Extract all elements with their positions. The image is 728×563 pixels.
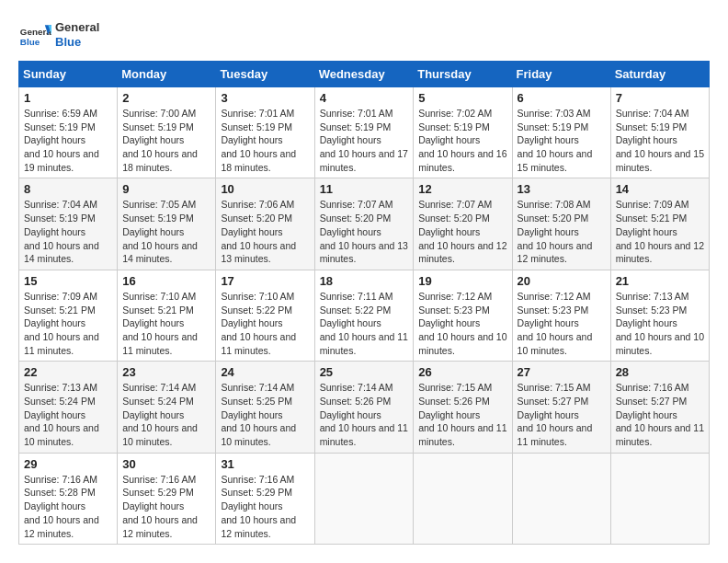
- day-number: 27: [518, 365, 606, 379]
- calendar-cell: 2 Sunrise: 7:00 AM Sunset: 5:19 PM Dayli…: [118, 87, 216, 178]
- calendar-header-row: SundayMondayTuesdayWednesdayThursdayFrid…: [19, 62, 710, 87]
- day-info: Sunrise: 7:16 AM Sunset: 5:29 PM Dayligh…: [122, 473, 210, 540]
- weekday-header-saturday: Saturday: [610, 62, 709, 87]
- day-info: Sunrise: 7:10 AM Sunset: 5:21 PM Dayligh…: [122, 290, 210, 357]
- calendar-cell: [512, 453, 610, 544]
- calendar-cell: 17 Sunrise: 7:10 AM Sunset: 5:22 PM Dayl…: [216, 270, 314, 361]
- calendar-cell: 31 Sunrise: 7:16 AM Sunset: 5:29 PM Dayl…: [216, 453, 314, 544]
- calendar-cell: 6 Sunrise: 7:03 AM Sunset: 5:19 PM Dayli…: [512, 87, 610, 178]
- calendar-cell: 20 Sunrise: 7:12 AM Sunset: 5:23 PM Dayl…: [512, 270, 610, 361]
- weekday-header-sunday: Sunday: [19, 62, 118, 87]
- day-info: Sunrise: 7:16 AM Sunset: 5:27 PM Dayligh…: [616, 381, 704, 448]
- day-info: Sunrise: 7:04 AM Sunset: 5:19 PM Dayligh…: [616, 107, 704, 174]
- day-number: 24: [221, 365, 309, 379]
- day-number: 5: [418, 91, 506, 105]
- day-info: Sunrise: 7:10 AM Sunset: 5:22 PM Dayligh…: [221, 290, 309, 357]
- day-number: 22: [24, 365, 112, 379]
- calendar-week-1: 1 Sunrise: 6:59 AM Sunset: 5:19 PM Dayli…: [19, 87, 710, 178]
- day-info: Sunrise: 7:12 AM Sunset: 5:23 PM Dayligh…: [518, 290, 606, 357]
- calendar-cell: 13 Sunrise: 7:08 AM Sunset: 5:20 PM Dayl…: [512, 178, 610, 270]
- day-info: Sunrise: 7:01 AM Sunset: 5:19 PM Dayligh…: [320, 107, 409, 174]
- calendar-cell: 8 Sunrise: 7:04 AM Sunset: 5:19 PM Dayli…: [19, 178, 118, 270]
- day-number: 21: [616, 274, 704, 288]
- calendar-cell: 10 Sunrise: 7:06 AM Sunset: 5:20 PM Dayl…: [216, 178, 314, 270]
- day-info: Sunrise: 7:09 AM Sunset: 5:21 PM Dayligh…: [24, 290, 112, 357]
- day-number: 11: [320, 182, 409, 196]
- calendar-cell: 19 Sunrise: 7:12 AM Sunset: 5:23 PM Dayl…: [414, 270, 512, 361]
- day-info: Sunrise: 7:01 AM Sunset: 5:19 PM Dayligh…: [221, 107, 309, 174]
- calendar-cell: 21 Sunrise: 7:13 AM Sunset: 5:23 PM Dayl…: [610, 270, 709, 361]
- calendar-cell: 25 Sunrise: 7:14 AM Sunset: 5:26 PM Dayl…: [314, 362, 414, 453]
- day-number: 9: [122, 182, 210, 196]
- calendar-cell: 18 Sunrise: 7:11 AM Sunset: 5:22 PM Dayl…: [314, 270, 414, 361]
- day-number: 30: [122, 457, 210, 471]
- calendar-cell: 7 Sunrise: 7:04 AM Sunset: 5:19 PM Dayli…: [610, 87, 709, 178]
- calendar-cell: 24 Sunrise: 7:14 AM Sunset: 5:25 PM Dayl…: [216, 362, 314, 453]
- weekday-header-tuesday: Tuesday: [216, 62, 314, 87]
- day-info: Sunrise: 7:14 AM Sunset: 5:24 PM Dayligh…: [122, 381, 210, 448]
- day-number: 31: [221, 457, 309, 471]
- day-number: 6: [518, 91, 606, 105]
- day-info: Sunrise: 7:12 AM Sunset: 5:23 PM Dayligh…: [418, 290, 506, 357]
- calendar-cell: 29 Sunrise: 7:16 AM Sunset: 5:28 PM Dayl…: [19, 453, 118, 544]
- weekday-header-wednesday: Wednesday: [314, 62, 414, 87]
- calendar-cell: 23 Sunrise: 7:14 AM Sunset: 5:24 PM Dayl…: [118, 362, 216, 453]
- calendar-table: SundayMondayTuesdayWednesdayThursdayFrid…: [18, 61, 710, 545]
- calendar-cell: 9 Sunrise: 7:05 AM Sunset: 5:19 PM Dayli…: [118, 178, 216, 270]
- day-number: 3: [221, 91, 309, 105]
- calendar-cell: 5 Sunrise: 7:02 AM Sunset: 5:19 PM Dayli…: [414, 87, 512, 178]
- weekday-header-friday: Friday: [512, 62, 610, 87]
- day-info: Sunrise: 7:11 AM Sunset: 5:22 PM Dayligh…: [320, 290, 409, 357]
- day-info: Sunrise: 7:13 AM Sunset: 5:23 PM Dayligh…: [616, 290, 704, 357]
- day-number: 7: [616, 91, 704, 105]
- day-number: 29: [24, 457, 112, 471]
- calendar-cell: 30 Sunrise: 7:16 AM Sunset: 5:29 PM Dayl…: [118, 453, 216, 544]
- day-info: Sunrise: 7:03 AM Sunset: 5:19 PM Dayligh…: [518, 107, 606, 174]
- day-info: Sunrise: 7:08 AM Sunset: 5:20 PM Dayligh…: [518, 198, 606, 265]
- logo: General Blue General Blue: [18, 18, 99, 52]
- day-info: Sunrise: 7:05 AM Sunset: 5:19 PM Dayligh…: [122, 198, 210, 265]
- day-info: Sunrise: 7:04 AM Sunset: 5:19 PM Dayligh…: [24, 198, 112, 265]
- calendar-week-4: 22 Sunrise: 7:13 AM Sunset: 5:24 PM Dayl…: [19, 362, 710, 453]
- day-number: 15: [24, 274, 112, 288]
- calendar-cell: 16 Sunrise: 7:10 AM Sunset: 5:21 PM Dayl…: [118, 270, 216, 361]
- page-header: General Blue General Blue: [18, 18, 710, 52]
- logo-general-text: General: [55, 20, 99, 35]
- day-number: 16: [122, 274, 210, 288]
- day-number: 20: [518, 274, 606, 288]
- day-number: 23: [122, 365, 210, 379]
- day-info: Sunrise: 7:02 AM Sunset: 5:19 PM Dayligh…: [418, 107, 506, 174]
- day-number: 14: [616, 182, 704, 196]
- day-number: 4: [320, 91, 409, 105]
- day-info: Sunrise: 7:14 AM Sunset: 5:26 PM Dayligh…: [320, 381, 409, 448]
- calendar-cell: 3 Sunrise: 7:01 AM Sunset: 5:19 PM Dayli…: [216, 87, 314, 178]
- day-info: Sunrise: 6:59 AM Sunset: 5:19 PM Dayligh…: [24, 107, 112, 174]
- calendar-cell: 1 Sunrise: 6:59 AM Sunset: 5:19 PM Dayli…: [19, 87, 118, 178]
- calendar-cell: [610, 453, 709, 544]
- day-info: Sunrise: 7:00 AM Sunset: 5:19 PM Dayligh…: [122, 107, 210, 174]
- day-info: Sunrise: 7:15 AM Sunset: 5:26 PM Dayligh…: [418, 381, 506, 448]
- calendar-cell: [414, 453, 512, 544]
- day-number: 25: [320, 365, 409, 379]
- calendar-cell: [314, 453, 414, 544]
- calendar-body: 1 Sunrise: 6:59 AM Sunset: 5:19 PM Dayli…: [19, 87, 710, 545]
- calendar-cell: 27 Sunrise: 7:15 AM Sunset: 5:27 PM Dayl…: [512, 362, 610, 453]
- day-number: 10: [221, 182, 309, 196]
- day-number: 1: [24, 91, 112, 105]
- day-number: 13: [518, 182, 606, 196]
- logo-icon: General Blue: [18, 18, 51, 52]
- calendar-cell: 11 Sunrise: 7:07 AM Sunset: 5:20 PM Dayl…: [314, 178, 414, 270]
- day-number: 28: [616, 365, 704, 379]
- calendar-cell: 22 Sunrise: 7:13 AM Sunset: 5:24 PM Dayl…: [19, 362, 118, 453]
- day-number: 26: [418, 365, 506, 379]
- calendar-cell: 4 Sunrise: 7:01 AM Sunset: 5:19 PM Dayli…: [314, 87, 414, 178]
- calendar-week-3: 15 Sunrise: 7:09 AM Sunset: 5:21 PM Dayl…: [19, 270, 710, 361]
- calendar-week-2: 8 Sunrise: 7:04 AM Sunset: 5:19 PM Dayli…: [19, 178, 710, 270]
- day-info: Sunrise: 7:06 AM Sunset: 5:20 PM Dayligh…: [221, 198, 309, 265]
- day-number: 8: [24, 182, 112, 196]
- day-info: Sunrise: 7:16 AM Sunset: 5:28 PM Dayligh…: [24, 473, 112, 540]
- day-number: 12: [418, 182, 506, 196]
- day-info: Sunrise: 7:09 AM Sunset: 5:21 PM Dayligh…: [616, 198, 704, 265]
- day-number: 17: [221, 274, 309, 288]
- weekday-header-thursday: Thursday: [414, 62, 512, 87]
